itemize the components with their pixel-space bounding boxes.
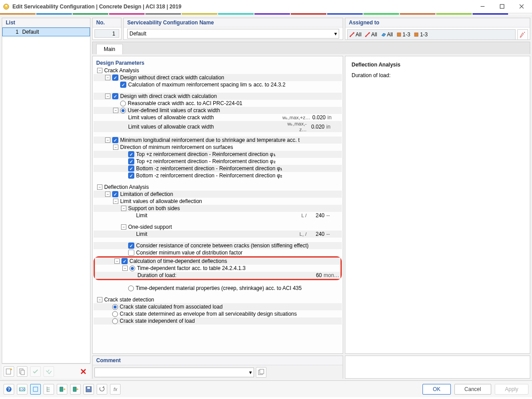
section-design-parameters: Design Parameters bbox=[94, 59, 342, 67]
comment-side-panel bbox=[345, 356, 530, 379]
assigned-panel: Assigned to AllAllAll1-31-3 bbox=[345, 18, 530, 40]
new-item-button[interactable]: ✦ bbox=[4, 366, 14, 377]
check-all-button[interactable] bbox=[43, 366, 54, 377]
units-button[interactable]: 0,00 bbox=[17, 384, 27, 395]
pick-button[interactable] bbox=[517, 29, 528, 40]
close-button[interactable] bbox=[513, 1, 529, 12]
param-lim-def: Limitation of deflection bbox=[120, 191, 340, 197]
cancel-button[interactable]: Cancel bbox=[454, 384, 491, 395]
radio[interactable] bbox=[120, 101, 126, 106]
checkbox[interactable] bbox=[128, 158, 134, 164]
svg-rect-9 bbox=[21, 370, 24, 375]
collapse-icon[interactable]: − bbox=[105, 75, 110, 80]
collapse-icon[interactable]: − bbox=[121, 206, 126, 211]
check-button[interactable] bbox=[30, 366, 41, 377]
collapse-icon[interactable]: − bbox=[113, 145, 118, 150]
list-header: List bbox=[2, 18, 90, 27]
collapse-icon[interactable]: − bbox=[105, 94, 110, 99]
collapse-icon[interactable]: − bbox=[113, 108, 118, 113]
radio[interactable] bbox=[112, 304, 118, 310]
val[interactable]: 240 bbox=[309, 212, 325, 219]
radio[interactable] bbox=[120, 108, 126, 113]
list-item[interactable]: 1 Default bbox=[2, 27, 90, 36]
collapse-icon[interactable]: − bbox=[122, 266, 128, 271]
radio[interactable] bbox=[128, 286, 134, 291]
collapse-icon[interactable]: − bbox=[113, 199, 118, 204]
assigned-chip[interactable]: All bbox=[349, 31, 361, 38]
svg-line-12 bbox=[350, 33, 354, 36]
window-title: Edit Serviceability Configuration | Conc… bbox=[12, 4, 181, 10]
collapse-icon[interactable]: − bbox=[105, 192, 110, 197]
collapse-icon[interactable]: − bbox=[97, 184, 102, 190]
checkbox[interactable] bbox=[112, 191, 118, 197]
svg-rect-18 bbox=[397, 33, 401, 36]
function-button[interactable]: fx bbox=[110, 384, 121, 395]
help-button[interactable]: ? bbox=[4, 384, 14, 395]
export-button[interactable] bbox=[70, 384, 81, 395]
val-duration[interactable]: 60 bbox=[306, 272, 322, 278]
tab-main[interactable]: Main bbox=[96, 44, 123, 55]
title-bar: Edit Serviceability Configuration | Conc… bbox=[0, 0, 532, 13]
checkbox[interactable] bbox=[128, 172, 134, 179]
collapse-icon[interactable]: − bbox=[97, 68, 102, 73]
collapse-icon[interactable]: − bbox=[97, 297, 102, 302]
radio[interactable] bbox=[112, 318, 118, 324]
collapse-icon[interactable]: − bbox=[105, 137, 110, 143]
checkbox[interactable] bbox=[128, 165, 134, 172]
delete-button[interactable] bbox=[78, 366, 89, 377]
unit: in bbox=[326, 124, 340, 130]
checkbox[interactable] bbox=[121, 258, 128, 264]
assigned-chip[interactable]: All bbox=[365, 31, 377, 38]
app-icon bbox=[3, 3, 10, 10]
import-button[interactable] bbox=[57, 384, 67, 395]
no-value[interactable]: 1 bbox=[94, 29, 119, 38]
assigned-chips[interactable]: AllAllAll1-31-3 bbox=[347, 29, 516, 40]
save-defaults-button[interactable] bbox=[83, 384, 94, 395]
param-calc-max-spacing: Calculation of maximum reinforcement spa… bbox=[128, 82, 340, 88]
checkbox[interactable] bbox=[112, 74, 118, 81]
inspector-panel: Deflection Analysis Duration of load: bbox=[345, 56, 530, 354]
checkbox[interactable] bbox=[120, 82, 126, 88]
radio[interactable] bbox=[112, 311, 118, 317]
checkbox[interactable] bbox=[112, 137, 118, 143]
assigned-chip[interactable]: All bbox=[381, 31, 393, 38]
checkbox[interactable] bbox=[128, 250, 134, 256]
radio[interactable] bbox=[129, 266, 135, 271]
collapse-icon[interactable]: − bbox=[121, 224, 126, 230]
svg-point-16 bbox=[365, 36, 367, 37]
param-top1: Top +z reinforcement direction - Reinfor… bbox=[136, 151, 340, 157]
param-limit: Limit bbox=[136, 212, 282, 219]
comment-input[interactable]: ▾ bbox=[94, 368, 254, 377]
collapse-icon[interactable]: − bbox=[114, 258, 120, 264]
checkbox[interactable] bbox=[128, 151, 134, 157]
val[interactable]: 0.020 bbox=[311, 114, 326, 121]
name-select[interactable]: Default ▾ bbox=[127, 29, 339, 39]
design-parameters-tree: Design Parameters −Crack Analysis −Desig… bbox=[92, 56, 343, 354]
tree-button[interactable] bbox=[43, 384, 54, 395]
view-button[interactable] bbox=[30, 384, 41, 395]
svg-rect-3 bbox=[500, 4, 504, 8]
param-reasonable: Reasonable crack width acc. to ACI PRC-2… bbox=[128, 100, 340, 106]
tab-bar: Main bbox=[92, 42, 530, 54]
ok-button[interactable]: OK bbox=[422, 384, 450, 395]
param-time-material: Time-dependent material properties (cree… bbox=[136, 285, 340, 291]
chip-label: 1-3 bbox=[420, 31, 427, 38]
assigned-chip[interactable]: 1-3 bbox=[414, 31, 427, 38]
svg-point-14 bbox=[353, 32, 355, 34]
val[interactable]: 240 bbox=[309, 231, 325, 237]
unit-duration[interactable]: mon… bbox=[324, 272, 339, 278]
list-item-name: Default bbox=[22, 29, 39, 35]
param-limit-crack-neg: Limit values of allowable crack width bbox=[128, 124, 282, 130]
reset-button[interactable] bbox=[97, 384, 107, 395]
minimize-button[interactable] bbox=[474, 1, 490, 12]
assigned-chip[interactable]: 1-3 bbox=[396, 31, 410, 38]
surface-blue-icon bbox=[381, 32, 386, 37]
copy-item-button[interactable] bbox=[17, 366, 27, 377]
val[interactable]: 0.020 bbox=[309, 124, 325, 130]
checkbox[interactable] bbox=[112, 93, 118, 99]
apply-button[interactable]: Apply bbox=[495, 384, 528, 395]
comment-library-button[interactable] bbox=[256, 367, 266, 378]
checkbox[interactable] bbox=[128, 243, 134, 249]
maximize-button[interactable] bbox=[494, 1, 510, 12]
param-tension: Consider resistance of concrete between … bbox=[136, 243, 340, 249]
